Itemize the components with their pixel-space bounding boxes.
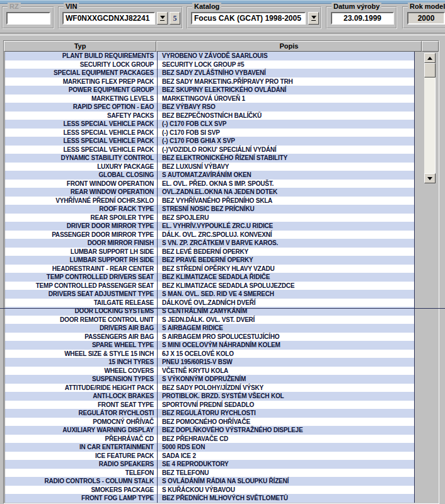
table-row[interactable]: 15 INCH TYRESPNEU 195/60R15-V BSW — [5, 358, 414, 367]
table-row[interactable]: SPECIAL EQUIPMENT PACKAGESBEZ SADY ZVLÁŠ… — [5, 69, 414, 77]
column-header-stub — [422, 41, 439, 52]
table-row[interactable]: PASSENGERS AIR BAGS AIRBAGEM PRO SPOLUCE… — [5, 333, 414, 341]
table-row[interactable]: DRIVER DOOR MIRROR TYPEEL. VYHRÍV.VYPOUK… — [5, 222, 414, 231]
popis-cell: DÁLKOVÉ OVL.ZADNÍCH DVEŘÍ — [157, 299, 414, 307]
table-row[interactable]: PASSENGER DOOR MIRROR TYPEDÁLK. OVL. ZRC… — [5, 231, 414, 239]
table-row[interactable]: SUSPENSION TYPESS VÝKONNÝM ODPRUŽENÍM — [5, 375, 414, 384]
table-row[interactable]: POWER EQUIPMENT GROUPBEZ SKUPINY ELEKTRI… — [5, 86, 414, 94]
typ-cell: LUMBAR SUPPORT LH SIDE — [5, 248, 157, 256]
table-row[interactable]: RADIO CONTROLS - COLUMN STALKS OVLÁDÁNÍM… — [5, 477, 414, 486]
table-row[interactable]: ATTITUDE/RIDE HEIGHT PACKBEZ SADY POLOHY… — [5, 384, 414, 392]
table-row[interactable]: GLOBAL CLOSINGS AUTOMAT.ZAVÍRÁNÍM OKEN — [5, 171, 414, 180]
popis-cell: PNEU 195/60R15-V BSW — [157, 358, 414, 367]
scrollbar-thumb[interactable] — [424, 63, 436, 77]
typ-cell: MARKETING LEVELS — [5, 94, 157, 103]
table-row[interactable]: LESS SPECIAL VEHICLE PACK(-) C170 FOB CL… — [5, 120, 414, 129]
column-header-typ[interactable]: Typ — [4, 41, 156, 52]
vin-dropdown-button[interactable] — [157, 12, 168, 25]
scrollbar[interactable] — [424, 53, 436, 183]
screenshot-seam-line — [0, 308, 445, 309]
column-header-popis[interactable]: Popis — [156, 41, 422, 52]
table-row[interactable]: FRONT WINDOW OPERATIONEL. OVL. PŘED. OKN… — [5, 180, 414, 188]
table-row[interactable]: AUXILIARY WARNING DISPLAYBEZ DOPLŇKOVÉHO… — [5, 426, 414, 435]
rok-modelu-input — [407, 12, 445, 25]
popis-cell: EL. OVL. PŘED. OKNA S IMP. SPOUŠT. — [157, 180, 414, 188]
vin-decode-icon: 5 — [173, 14, 177, 23]
table-row[interactable]: ICE FEATURE PACKSADA ICE 2 — [5, 452, 414, 461]
table-row[interactable]: SAFETY PACKSBEZ BEZPEČNOSTNÍCH BALÍČKŮ — [5, 112, 414, 120]
katalog-groupbox: Katalog — [187, 6, 321, 29]
typ-cell: DYNAMIC STABILITY CONTROL — [5, 154, 157, 163]
scroll-up-button[interactable] — [424, 53, 436, 63]
table-row[interactable]: LESS SPECIAL VEHICLE PACK(-) C170 FOB SI… — [5, 129, 414, 137]
table-row[interactable]: REGULÁTOR RYCHLOSTIBEZ REGULÁTORU RYCHLO… — [5, 409, 414, 418]
vin-decode-button[interactable]: 5 — [170, 12, 180, 25]
table-row[interactable]: DOOR MIRROR FINISHS VN. ZP. ZRCÁTKEM V B… — [5, 239, 414, 248]
table-row[interactable]: HEADRESTRAINT - REAR CENTERBEZ STŘEDNÍ O… — [5, 265, 414, 273]
typ-cell: REAR WINDOW OPERATION — [5, 188, 157, 197]
table-row[interactable]: MARKETING LEVELSMARKETINGOVÁ ÚROVEŇ 1 — [5, 94, 414, 103]
typ-cell: DOOR REMOTE CONTROL UNIT — [5, 316, 157, 324]
table-row[interactable]: TEMP CONTROLLED PASSENGER SEATBEZ KLIMAT… — [5, 282, 414, 290]
table-row[interactable]: VYHŘÍVANÉ PŘEDNÍ OCHR.SKLOBEZ VYHŘÍVANÉH… — [5, 197, 414, 205]
table-row[interactable]: FRONT SEAT TYPESPORTOVNÍ PREDNÍ SEDADLO — [5, 401, 414, 410]
typ-cell: LESS SPECIAL VEHICLE PACK — [5, 146, 157, 154]
table-row[interactable]: REAR WINDOW OPERATIONOVL.ZADN.EL.OKNA NA… — [5, 188, 414, 197]
table-row[interactable]: ROOF RACK TYPESTRESNÍ NOSIC BEZ PRÍCNÍKU — [5, 205, 414, 214]
table-row[interactable]: DRIVERS SEAT ADJUSTMENT TYPES MAN. OVL. … — [5, 290, 414, 299]
table-row[interactable]: LESS SPECIAL VEHICLE PACK(-)'VOZIDLO ROK… — [5, 146, 414, 154]
popis-cell: VČETNĚ KRYTU KOLA — [157, 367, 414, 375]
table-row[interactable]: RADIO SPEAKERSSE 4 REPRODUKTORY — [5, 460, 414, 469]
table-row[interactable]: DOOR REMOTE CONTROL UNITS JEDN.DÁLK. OVL… — [5, 316, 414, 324]
table-row[interactable]: PLANT BUILD REQUIREMENTSVYROBENO V ZÁVOD… — [5, 52, 414, 60]
table-row[interactable]: WHEEL COVERSVČETNĚ KRYTU KOLA — [5, 367, 414, 375]
katalog-input[interactable] — [191, 12, 306, 25]
typ-cell: LESS SPECIAL VEHICLE PACK — [5, 137, 157, 146]
table-row[interactable]: SMOKERS PACKAGES KUŘÁCKOU VÝBAVOU — [5, 486, 414, 495]
typ-cell: ANTI-LOCK BRAKES — [5, 392, 157, 401]
katalog-dropdown-button[interactable] — [308, 12, 319, 25]
table-row[interactable]: LUXURY PACKAGEBEZ LUXUSNÍ VÝBAVY — [5, 163, 414, 171]
popis-cell: (-) C170 FOB GHIA X SVP — [157, 137, 414, 146]
table-row[interactable]: REAR SPOILER TYPEBEZ SPOJLERU — [5, 214, 414, 222]
popis-cell: BEZ KLIMATIZACE SEDADLA ŘIDIČE — [157, 273, 414, 282]
table-row[interactable]: TEMP CONTROLLED DRIVERS SEATBEZ KLIMATIZ… — [5, 273, 414, 282]
table-row[interactable]: DRIVERS AIR BAGS AIRBAGEM RIDICE — [5, 324, 414, 333]
rz-groupbox: RZ — [2, 6, 54, 29]
table-row[interactable]: SECURITY LOCK GROUPSECURITY LOCK GROUP #… — [5, 60, 414, 69]
table-row[interactable]: ANTI-LOCK BRAKESPROTIBLOK. BRZD. SYSTÉM … — [5, 392, 414, 401]
table-row[interactable]: WHEEL SIZE & STYLE 15 INCH6J X 15 OCELOV… — [5, 350, 414, 358]
vin-input[interactable] — [62, 12, 155, 25]
rz-input[interactable] — [6, 12, 50, 25]
datum-vyroby-label: Datum výroby — [332, 3, 381, 10]
table-row[interactable]: LESS SPECIAL VEHICLE PACK(-) C170 FOB GH… — [5, 137, 414, 146]
table-row[interactable]: DYNAMIC STABILITY CONTROLBEZ ELEKTRONICK… — [5, 154, 414, 163]
typ-cell: SPECIAL EQUIPMENT PACKAGES — [5, 69, 157, 77]
table-row[interactable]: LUMBAR SUPPORT RH SIDEBEZ PRAVÉ BEDERNÍ … — [5, 256, 414, 265]
typ-cell: REAR SPOILER TYPE — [5, 214, 157, 222]
popis-cell: S OVLÁDÁNÍM RÁDIA NA SLOUPKU ŘÍZENÍ — [157, 477, 414, 486]
typ-cell: POWER EQUIPMENT GROUP — [5, 86, 157, 94]
toolbar-separator — [0, 33, 445, 35]
popis-cell: S MINI OCELOVÝM NÁHRADNÍM KOLEM — [157, 341, 414, 350]
datum-vyroby-input[interactable] — [331, 12, 394, 25]
table-row[interactable]: TAILGATE RELEASEDÁLKOVÉ OVL.ZADNÍCH DVEŘ… — [5, 299, 414, 307]
katalog-label: Katalog — [192, 3, 221, 10]
typ-cell: FRONT FOG LAMP TYPE — [5, 494, 157, 503]
typ-cell: HEADRESTRAINT - REAR CENTER — [5, 265, 157, 273]
table-row[interactable]: TELEFONBEZ TELEFONU — [5, 469, 414, 478]
popis-cell: BEZ PŘEHRAVAČE CD — [157, 435, 414, 444]
typ-cell: ATTITUDE/RIDE HEIGHT PACK — [5, 384, 157, 392]
popis-cell: BEZ SKUPINY ELEKTRICKÉHO OVLÁDÁNÍ — [157, 86, 414, 94]
table-row[interactable]: PŘEHRÁVAČ CDBEZ PŘEHRAVAČE CD — [5, 435, 414, 444]
table-row[interactable]: FRONT FOG LAMP TYPEBEZ PŘEDNÍCH MLHOVÝCH… — [5, 494, 414, 503]
table-row[interactable]: MARKETING FLEX PREP PACKBEZ SADY MARKETI… — [5, 77, 414, 86]
table-row[interactable]: POMOCNÝ OHŘÍVAČBEZ POMOCNÉHO OHŘÍVAČE — [5, 418, 414, 427]
table-row[interactable]: LUMBAR SUPPORT LH SIDEBEZ LEVÉ BEDERNÍ O… — [5, 248, 414, 256]
typ-cell: PASSENGER DOOR MIRROR TYPE — [5, 231, 157, 239]
table-row[interactable]: IN CAR ENTERTAINMENT5000 RDS EON — [5, 443, 414, 452]
table-row[interactable]: RAPID SPEC OPTION - EAOBEZ VÝBAVY RSO — [5, 103, 414, 112]
scroll-down-button[interactable] — [424, 173, 436, 183]
table-row[interactable]: SPARE WHEEL TYPES MINI OCELOVÝM NÁHRADNÍ… — [5, 341, 414, 350]
popis-cell: SPORTOVNÍ PREDNÍ SEDADLO — [157, 401, 414, 410]
